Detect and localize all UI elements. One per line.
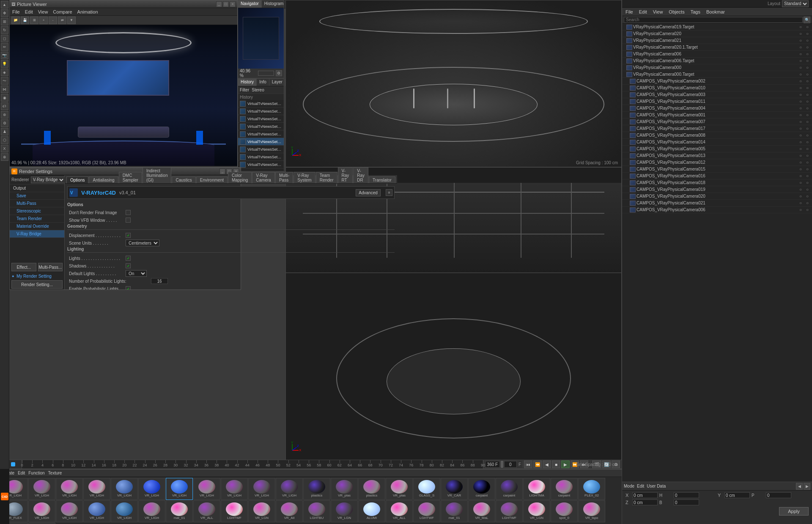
list-item[interactable]: LGHTWF — [221, 500, 248, 522]
list-item[interactable]: VR_tspo — [578, 500, 605, 522]
list-item[interactable]: GLASS_S — [413, 478, 440, 500]
coord-x-input[interactable] — [632, 492, 658, 498]
timeline-ruler[interactable]: 0246810121416182022242628303234363840424… — [22, 460, 483, 469]
object-lock[interactable]: ○ — [804, 201, 810, 206]
object-eye[interactable]: ○ — [798, 140, 804, 145]
object-eye[interactable]: ○ — [798, 113, 804, 118]
sidebar-icon-xpresso[interactable]: X — [1, 145, 8, 152]
menu-compare[interactable]: Compare — [52, 9, 73, 14]
vray-settings-icon[interactable]: ≡ — [386, 189, 392, 196]
render-menu-item[interactable]: Multi-Pass — [10, 200, 64, 207]
object-lock[interactable]: ○ — [804, 194, 810, 199]
play-fwd-btn[interactable]: ▶ — [561, 461, 570, 468]
object-lock[interactable]: ○ — [804, 167, 810, 172]
list-item[interactable]: VR_LIGH — [111, 500, 138, 522]
list-item[interactable]: VR_LIGH — [28, 500, 55, 522]
list-item[interactable]: CAMPOS_VRayPhysicalCamera015 ○ ○ — [622, 166, 812, 173]
list-item[interactable]: VR_LIGH — [248, 478, 275, 500]
object-eye[interactable]: ○ — [798, 25, 804, 30]
renderer-select[interactable]: V-Ray Bridge — [31, 177, 65, 183]
sidebar-icon-arrow[interactable]: ▲ — [1, 1, 8, 8]
list-item[interactable]: VR_LIGH — [138, 478, 165, 500]
list-item[interactable]: VR_LGN — [248, 500, 275, 522]
current-frame-input[interactable] — [504, 461, 517, 468]
object-lock[interactable]: ○ — [804, 92, 810, 97]
list-item[interactable]: VR_LGN — [523, 500, 550, 522]
list-item[interactable]: CAMPOS_VRayPhysicalCamera007 ○ ○ — [622, 119, 812, 125]
scene-units-select[interactable]: Centimeters — [126, 240, 159, 246]
list-item[interactable]: CAMPOS_VRayPhysicalCamera016 ○ ○ — [622, 173, 812, 179]
mat-texture[interactable]: Texture — [48, 471, 62, 475]
object-lock[interactable]: ○ — [804, 119, 810, 124]
object-lock[interactable]: ○ — [804, 106, 810, 111]
menu-animation[interactable]: Animation — [77, 9, 99, 14]
list-item[interactable]: VR_LIGH — [166, 478, 193, 500]
coord-y-input[interactable] — [724, 492, 750, 498]
object-lock[interactable]: ○ — [804, 140, 810, 145]
sidebar-icon-mograph[interactable]: ⊛ — [1, 111, 8, 119]
object-lock[interactable]: ○ — [804, 174, 810, 179]
toolbar-save[interactable]: 💾 — [21, 17, 29, 24]
render-tab[interactable]: Caustics — [172, 177, 195, 183]
list-item[interactable]: CAMPOS_VRayPhysicalCamera021 ○ ○ — [622, 200, 812, 207]
sidebar-icon-rotate[interactable]: ↻ — [1, 26, 8, 34]
list-item[interactable]: CAMPOS_VRayPhysicalCamera004 ○ ○ — [622, 105, 812, 112]
render-tab[interactable]: V-Ray RT — [338, 167, 353, 183]
list-item[interactable]: CAMPOS_VRayPhysicalCamera019 ○ ○ — [622, 186, 812, 193]
object-lock[interactable]: ○ — [804, 65, 810, 70]
lights-check[interactable]: ✓ — [126, 256, 131, 261]
menu-file[interactable]: File — [11, 9, 21, 14]
tab-histogram[interactable]: Histogram — [262, 0, 287, 8]
object-eye[interactable]: ○ — [798, 146, 804, 152]
obj-menu-edit[interactable]: Edit — [638, 9, 648, 14]
sidebar-icon-deform[interactable]: ⋈ — [1, 85, 8, 93]
object-search-input[interactable] — [624, 17, 803, 23]
nav-settings[interactable]: ⚙ — [276, 70, 282, 76]
object-eye[interactable]: ○ — [798, 126, 804, 131]
total-frames-input[interactable] — [485, 461, 500, 468]
render-tab[interactable]: V-Ray System — [294, 172, 315, 183]
object-eye[interactable]: ○ — [798, 207, 804, 212]
obj-menu-bookmarks[interactable]: Bookmar — [705, 9, 726, 14]
toolbar-zoom-in[interactable]: + — [39, 17, 48, 24]
list-item[interactable]: carpaint — [468, 478, 495, 500]
list-item[interactable]: VR_LIGH — [83, 478, 110, 500]
advanced-btn[interactable]: Advanced — [356, 189, 380, 196]
history-item[interactable]: VirtualTvNewsSet_1_ — [238, 161, 284, 168]
list-item[interactable]: VR_All — [276, 500, 303, 522]
sidebar-icon-scale[interactable]: ⊞ — [1, 18, 8, 25]
render-tab[interactable]: DMC Sampler — [119, 172, 142, 183]
history-item[interactable]: VirtualTvNewsSet_1_ — [238, 146, 284, 153]
play-start-btn[interactable]: ⏮ — [524, 461, 532, 468]
coord-z-input[interactable] — [632, 499, 658, 505]
list-item[interactable]: VR_LIGH — [276, 478, 303, 500]
sidebar-icon-select[interactable]: ◻ — [1, 35, 8, 42]
render-menu-item[interactable]: Output — [10, 185, 64, 192]
list-item[interactable]: CAMPOS_VRayPhysicalCamera020 ○ ○ — [622, 193, 812, 200]
search-icon[interactable]: 🔍 — [804, 17, 810, 23]
object-lock[interactable]: ○ — [804, 38, 810, 43]
object-eye[interactable]: ○ — [798, 180, 804, 185]
toolbar-zoom-fit[interactable]: ⊞ — [30, 17, 38, 24]
obj-menu-tags[interactable]: Tags — [690, 9, 701, 14]
list-item[interactable]: PLEX_02 — [578, 478, 605, 500]
render-menu-item[interactable]: Team Render — [10, 215, 64, 223]
list-item[interactable]: carpaint — [496, 478, 523, 500]
list-item[interactable]: VR_plas — [386, 478, 413, 500]
list-item[interactable]: VR_LGN — [331, 500, 358, 522]
render-minimize[interactable]: _ — [219, 168, 225, 174]
coord-h-input[interactable] — [674, 492, 699, 498]
history-item[interactable]: VirtualTvNewsSet_1_ — [238, 100, 284, 108]
list-item[interactable]: VRayPhysicalCamera006.Target ○ ○ — [622, 58, 812, 64]
mode-icon-1[interactable]: ◀ — [796, 483, 803, 490]
list-item[interactable]: ALUMI — [358, 500, 385, 522]
mode-icon-2[interactable]: ▶ — [804, 483, 810, 490]
object-lock[interactable]: ○ — [804, 85, 810, 91]
object-lock[interactable]: ○ — [804, 126, 810, 131]
list-item[interactable]: VRayPhysicalCamera021 ○ ○ — [622, 37, 812, 44]
object-eye[interactable]: ○ — [798, 99, 804, 104]
object-eye[interactable]: ○ — [798, 85, 804, 91]
list-item[interactable]: CAMPOS_VRayPhysicalCamera011 ○ ○ — [622, 98, 812, 105]
render-tab[interactable]: Indirect Illumination (GI) — [143, 167, 172, 183]
object-lock[interactable]: ○ — [804, 45, 810, 50]
